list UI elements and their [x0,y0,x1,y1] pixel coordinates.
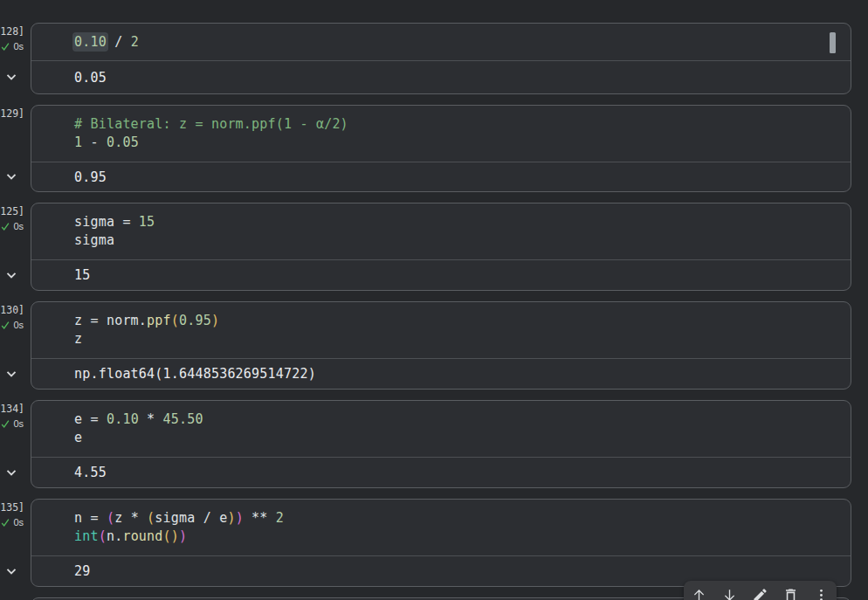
cell-output: np.float64(1.6448536269514722) [31,358,851,389]
cell-gutter: 130]0s [0,301,26,390]
code-token: 1 [74,134,82,150]
code-token: ) [171,528,179,544]
code-editor[interactable]: 0.10 / 2 [31,24,851,60]
chevron-down-icon [3,169,19,184]
execution-status: 0s [0,418,24,429]
code-editor[interactable]: n = (z * (sigma / e)) ** 2int(n.round()) [31,500,851,555]
code-line: sigma = 15 [74,213,851,231]
collapse-output-button[interactable] [3,563,19,579]
code-token: 45.50 [163,411,203,427]
output-value: 4.55 [74,465,107,480]
code-line: z [74,330,851,348]
arrow-down-icon [721,587,738,600]
check-icon [0,517,10,528]
code-token: int [74,528,99,544]
code-line: int(n.round()) [74,528,851,546]
code-token: 0.05 [107,134,139,150]
code-token: 0.10 [107,411,139,427]
code-token: ( [171,313,179,328]
execution-count[interactable]: 129] [0,107,24,120]
code-token: 0.95 [179,313,211,328]
check-icon [0,418,10,429]
code-token: n. [107,528,122,544]
code-editor[interactable]: z = norm.ppf(0.95)z [31,302,851,358]
edit-cell-button[interactable] [750,585,770,600]
code-token: ) [179,528,187,544]
execution-count[interactable]: 135] [0,501,24,514]
code-cell: e = 0.10 * 45.50e4.55 [31,400,851,488]
cell-output: 15 [31,259,851,290]
cell-gutter: 129] [0,105,26,192]
code-token: sigma [74,232,114,248]
collapse-output-button[interactable] [3,69,19,85]
code-editor[interactable]: e = 0.10 * 45.50e [31,401,851,457]
cell-gutter: 125]0s [0,203,26,291]
execution-count[interactable]: 134] [0,403,24,415]
code-line: e = 0.10 * 45.50 [74,410,851,429]
code-token: ( [163,528,171,544]
collapse-output-button[interactable] [3,267,19,283]
code-token: 2 [131,34,139,50]
runtime-label: 0s [13,418,24,429]
output-value: 29 [74,563,90,579]
code-cell: sigma = 15sigma15 [31,203,851,291]
code-token: ppf [147,313,171,328]
code-token: ) [227,510,235,526]
execution-count[interactable]: 130] [0,304,24,316]
chevron-down-icon [3,563,19,579]
code-token: ) [236,510,244,526]
code-token: e = [74,411,107,427]
chevron-down-icon [3,366,19,382]
execution-count[interactable]: 125] [0,205,24,217]
execution-status: 0s [0,517,24,528]
code-cell: z = norm.ppf(0.95)znp.float64(1.64485362… [31,301,851,390]
execution-status: 0s [0,221,24,231]
arrow-up-icon [691,587,707,600]
code-token: e [74,430,82,445]
cell-toolbar [684,581,837,600]
code-token: / [107,34,131,50]
code-cell: n = (z * (sigma / e)) ** 2int(n.round())… [31,499,851,587]
code-token: * [139,411,163,427]
code-token: ** [244,510,276,526]
code-line: 1 - 0.05 [74,134,851,152]
move-cell-up-button[interactable] [689,585,709,600]
code-cell: 0.10 / 20.05 [31,23,851,94]
code-token: z * [114,510,147,526]
code-token: ( [99,528,107,544]
pencil-icon [752,587,768,600]
code-line: z = norm.ppf(0.95) [74,312,851,330]
delete-cell-button[interactable] [781,585,801,600]
cell-output: 0.05 [31,60,851,93]
collapse-output-button[interactable] [3,366,19,382]
check-icon [0,221,10,231]
output-value: 0.95 [74,169,107,185]
more-vert-icon [813,587,830,600]
code-token: ) [211,313,219,328]
code-token: 2 [276,510,284,526]
code-editor[interactable]: # Bilateral: z = norm.ppf(1 - α/2)1 - 0.… [31,106,851,162]
runtime-label: 0s [13,41,24,52]
code-token: z [74,331,82,347]
code-token: # Bilateral: z = norm.ppf(1 - α/2) [74,116,348,132]
code-token: ( [147,510,155,526]
editor-scrollbar-thumb[interactable] [830,32,836,53]
cell-gutter: 135]0s [0,499,26,587]
output-value: 0.05 [74,70,107,86]
notebook-canvas: 0.10 / 20.05128]0s# Bilateral: z = norm.… [0,0,868,600]
more-cell-actions-button[interactable] [811,585,831,600]
runtime-label: 0s [13,221,24,231]
code-token: z = norm. [74,313,147,328]
code-token: sigma / e [155,510,227,526]
code-line: sigma [74,231,851,250]
output-value: np.float64(1.6448536269514722) [74,366,316,382]
code-cell: # Bilateral: z = norm.ppf(1 - α/2)1 - 0.… [31,105,851,192]
execution-count[interactable]: 128] [0,25,24,38]
move-cell-down-button[interactable] [720,585,740,600]
code-token: ( [107,510,114,526]
code-line: e [74,429,851,447]
collapse-output-button[interactable] [3,465,19,480]
code-editor[interactable]: sigma = 15sigma [31,203,851,259]
cell-gutter: 128]0s [0,23,26,94]
collapse-output-button[interactable] [3,169,19,184]
